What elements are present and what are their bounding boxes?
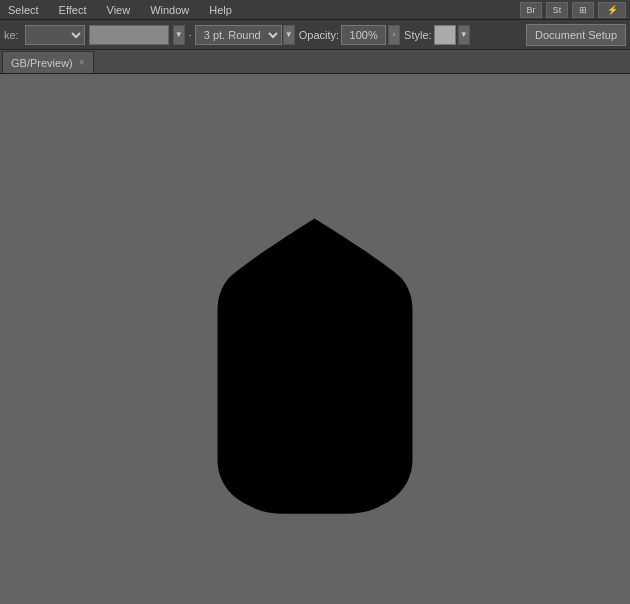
canvas-area [0,74,630,604]
opacity-input[interactable] [341,25,386,45]
stroke-preview-arrow[interactable]: ▼ [173,25,185,45]
pt-round-select[interactable]: 3 pt. Round [195,25,282,45]
chevron-down-icon-2: ▼ [285,30,293,39]
menu-view[interactable]: View [103,4,135,16]
pt-round-container: · 3 pt. Round ▼ [189,25,295,45]
main-shape-svg [203,205,428,525]
chevron-right-icon: › [393,30,396,39]
dot-separator: · [189,29,192,41]
canvas-tab[interactable]: GB/Preview) × [2,51,94,73]
opacity-arrow[interactable]: › [388,25,400,45]
stroke-label: ke: [4,29,19,41]
menu-help[interactable]: Help [205,4,236,16]
menu-window[interactable]: Window [146,4,193,16]
style-swatch[interactable] [434,25,456,45]
stroke-select[interactable] [25,25,85,45]
chevron-down-icon: ▼ [175,30,183,39]
style-label: Style: [404,29,432,41]
tab-label: GB/Preview) [11,57,73,69]
opacity-label: Opacity: [299,29,339,41]
tab-close-button[interactable]: × [79,58,85,68]
opacity-container: Opacity: › [299,25,400,45]
flash-icon-btn[interactable]: ⚡ [598,2,626,18]
menu-bar: Select Effect View Window Help Br St ⊞ ⚡ [0,0,630,20]
pt-round-arrow[interactable]: ▼ [283,25,295,45]
menu-select[interactable]: Select [4,4,43,16]
st-icon-btn[interactable]: St [546,2,568,18]
stroke-preview[interactable] [89,25,169,45]
menu-effect[interactable]: Effect [55,4,91,16]
grid-icon-btn[interactable]: ⊞ [572,2,594,18]
app-icons: Br St ⊞ ⚡ [520,2,626,18]
style-arrow[interactable]: ▼ [458,25,470,45]
chevron-down-icon-3: ▼ [460,30,468,39]
style-container: Style: ▼ [404,25,470,45]
br-icon-btn[interactable]: Br [520,2,542,18]
tab-bar: GB/Preview) × [0,50,630,74]
document-setup-button[interactable]: Document Setup [526,24,626,46]
toolbar: ke: ▼ · 3 pt. Round ▼ Opacity: › Style: … [0,20,630,50]
